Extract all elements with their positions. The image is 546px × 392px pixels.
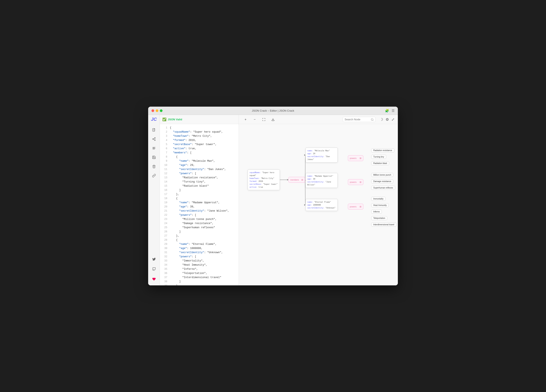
sidebar-item-share[interactable] (150, 135, 158, 143)
power-tag-million-tonne-punch: Million tonne punch (371, 173, 393, 177)
power-tag-teleportation: Teleportation (371, 216, 387, 220)
settings-icon[interactable]: ⚙ (386, 117, 389, 122)
maximize-button[interactable] (160, 109, 162, 112)
valid-badge: ✅ JSON Valid (162, 117, 182, 121)
code-line: 22 "powers": [ (160, 213, 239, 217)
sidebar-item-new-file[interactable] (150, 126, 158, 134)
svg-line-10 (153, 138, 154, 139)
svg-point-7 (153, 139, 154, 140)
search-icon (371, 118, 374, 121)
power-tag-radiation-resistance: Radiation resistance (371, 148, 394, 152)
power-tag-damage-resistance: Damage resistance (371, 179, 393, 183)
sidebar-item-format[interactable] (150, 144, 158, 152)
traffic-lights (151, 109, 162, 112)
code-line: 35 "Inferno", (160, 267, 239, 271)
sidebar-item-twitter[interactable] (150, 255, 158, 263)
code-line: 33 "Immortality", (160, 259, 239, 263)
main-layout: JC (148, 115, 398, 285)
node-member-2: name: "Madame Uppercut" age: 39 secretId… (306, 173, 338, 188)
puzzle-icon[interactable]: 🧩 (385, 109, 389, 113)
code-line: 24 "Damage resistance", (160, 221, 239, 226)
fit-button[interactable] (260, 116, 267, 123)
node-member-1: name: "Molecule Man" age: 29 secretIdent… (306, 148, 338, 163)
power-tag-interdimensional-travel: Interdimensional travel (371, 223, 396, 227)
code-line: 1{ (160, 126, 239, 130)
sidebar: JC (148, 115, 160, 285)
minimize-button[interactable] (156, 109, 158, 112)
search-box[interactable] (343, 117, 376, 122)
code-line: 2 "squadName": "Super hero squad", (160, 130, 239, 134)
code-line: 32 "powers": [ (160, 255, 239, 259)
search-input[interactable] (344, 118, 370, 121)
titlebar-actions: 🧩 ☰ (385, 109, 395, 113)
zoom-in-button[interactable]: + (242, 116, 249, 123)
menu-icon[interactable]: ☰ (392, 109, 395, 113)
sidebar-logo: JC (151, 117, 157, 122)
window-title: JSON Crack – Editor | JSON Crack (252, 109, 294, 112)
svg-point-16 (371, 118, 373, 120)
code-line: 21 "secretIdentity": "Jane Wilson", (160, 209, 239, 213)
svg-line-17 (373, 120, 373, 120)
code-line: 34 "Heat Immunity", (160, 263, 239, 267)
code-line: 10 "age": 29, (160, 163, 239, 167)
power-tag-inferno: Inferno (371, 210, 382, 214)
code-line: 12 "powers": [ (160, 171, 239, 176)
code-line: 9 "name": "Molecule Man", (160, 159, 239, 163)
code-line: 29 "name": "Eternal Flame", (160, 242, 239, 246)
code-line: 8 { (160, 155, 239, 159)
node-member-3: name: "Eternal Flame" age: 1000000 secre… (306, 199, 338, 211)
power-tag-radiation-blast: Radiation blast (371, 161, 389, 165)
editor-content[interactable]: 1{2 "squadName": "Super hero squad",3 "h… (160, 124, 239, 285)
code-line: 25 "Superhuman reflexes" (160, 226, 239, 230)
svg-line-9 (153, 139, 154, 140)
fullscreen-icon[interactable]: ⤢ (391, 117, 395, 122)
powers-button-3[interactable]: powers⊞ (348, 204, 363, 209)
titlebar: JSON Crack – Editor | JSON Crack 🧩 ☰ (148, 107, 398, 115)
app-window: JSON Crack – Editor | JSON Crack 🧩 ☰ JC (148, 107, 398, 285)
code-line: 11 "secretIdentity": "Dan Jukes", (160, 167, 239, 171)
power-tag-superhuman-reflexes: Superhuman reflexes (371, 186, 395, 190)
svg-point-6 (154, 138, 156, 139)
code-line: 3 "homeTown": "Metro City", (160, 134, 239, 138)
code-line: 17 }, (160, 192, 239, 196)
power-tag-immortality: Immortality (371, 197, 386, 201)
code-line: 23 "Million tonne punch", (160, 217, 239, 221)
sidebar-bottom (150, 255, 158, 284)
valid-label: JSON Valid (168, 118, 182, 121)
sidebar-item-github[interactable] (150, 265, 158, 273)
sidebar-item-link[interactable] (150, 171, 158, 180)
powers-button-2[interactable]: powers⊞ (348, 179, 363, 185)
code-line: 16 ] (160, 188, 239, 192)
theme-toggle[interactable]: ☽ (380, 117, 383, 122)
code-line: 6 "active": true, (160, 146, 239, 151)
editor-panel: ✅ JSON Valid 1{2 "squadName": "Super her… (160, 115, 239, 285)
sidebar-item-delete[interactable] (150, 162, 158, 171)
code-line: 18 { (160, 196, 239, 201)
power-tag-turning-tiny: Turning tiny (371, 155, 386, 159)
powers-button-1[interactable]: powers⊞ (348, 155, 363, 161)
sidebar-item-heart[interactable] (150, 275, 158, 283)
members-button[interactable]: members ⊞ (288, 177, 305, 183)
code-line: 26 ] (160, 230, 239, 234)
zoom-out-button[interactable]: − (251, 116, 258, 123)
sidebar-item-save[interactable] (150, 153, 158, 162)
code-line: 28 { (160, 238, 239, 242)
code-line: 14 "Turning tiny", (160, 180, 239, 184)
code-line: 15 "Radiation blast" (160, 184, 239, 188)
close-button[interactable] (151, 109, 154, 112)
download-button[interactable] (270, 116, 276, 123)
code-line: 37 "Interdimensional travel" (160, 275, 239, 279)
editor-toolbar: ✅ JSON Valid (160, 115, 239, 124)
code-line: 27 }, (160, 234, 239, 238)
graph-toolbar: + − ☽ ⚙ ⤢ (239, 115, 398, 124)
code-line: 5 "secretBase": "Super tower", (160, 142, 239, 146)
code-line: 30 "age": 1000000, (160, 246, 239, 250)
code-line: 31 "secretIdentity": "Unknown", (160, 250, 239, 255)
code-line: 20 "age": 39, (160, 205, 239, 209)
node-root: squadName: "Super hero squad" homeTown: … (248, 169, 280, 190)
code-line: 13 "Radiation resistance", (160, 176, 239, 180)
graph-canvas: squadName: "Super hero squad" homeTown: … (239, 124, 398, 285)
svg-point-8 (154, 140, 156, 141)
code-line: 7 "members": [ (160, 151, 239, 155)
code-line: 36 "Teleportation", (160, 271, 239, 275)
